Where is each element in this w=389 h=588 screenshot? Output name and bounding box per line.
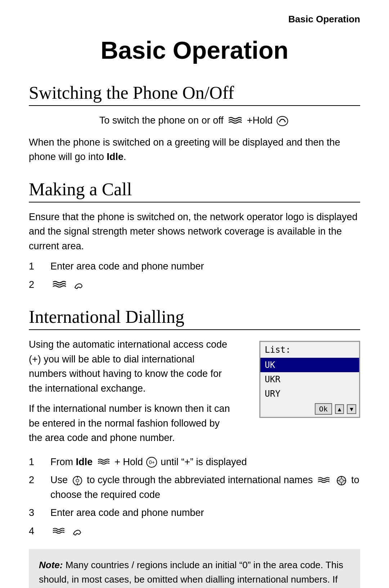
list-box-item-uk: UK xyxy=(260,358,359,372)
nav-icon-intl4 xyxy=(52,526,66,536)
intl-step2: 2 Use to cycle through the abbreviated i… xyxy=(29,473,360,502)
hold-phone-icon xyxy=(276,116,289,126)
list-box: List: UK UKR URY Ok ▲ ▼ xyxy=(259,341,360,418)
nav-icon-step2 xyxy=(52,279,67,291)
svg-point-0 xyxy=(277,116,288,126)
intl-step3-number: 3 xyxy=(29,505,50,520)
note-box: Note: Many countries / regions include a… xyxy=(29,549,360,588)
intl-text-area: Using the automatic international access… xyxy=(29,337,231,451)
ok-button[interactable]: Ok xyxy=(315,403,332,415)
intl-body2: If the international number is known the… xyxy=(29,401,231,445)
intl-step3-content: Enter area code and phone number xyxy=(50,505,360,520)
international-section: Using the automatic international access… xyxy=(29,337,360,451)
list-box-footer: Ok ▲ ▼ xyxy=(260,401,359,417)
intl-step3: 3 Enter area code and phone number xyxy=(29,505,360,520)
making-call-body: Ensure that the phone is switched on, th… xyxy=(29,210,360,254)
intl-step2-content: Use to cycle through the abbreviated int… xyxy=(50,473,360,502)
intl-body1: Using the automatic international access… xyxy=(29,337,231,396)
zero-plus-key: 0+ xyxy=(146,457,157,468)
intl-step4: 4 xyxy=(29,524,360,539)
page-container: Basic Operation Basic Operation Switchin… xyxy=(0,0,389,588)
switching-instruction: To switch the phone on or off +Hold xyxy=(29,113,360,128)
center-select-icon xyxy=(336,475,347,486)
svg-point-2 xyxy=(76,479,79,482)
step1-content: Enter area code and phone number xyxy=(50,259,360,274)
intl-step1-number: 1 xyxy=(29,455,50,469)
scroll-up-button[interactable]: ▲ xyxy=(335,404,344,414)
intl-step1-content: From Idle + Hold 0+ until “+” is display… xyxy=(50,455,360,469)
step2-content xyxy=(50,277,360,292)
step2-number: 2 xyxy=(29,277,50,292)
call-icon-step2 xyxy=(72,280,85,290)
intl-step4-content xyxy=(50,524,360,539)
nav-icon-intl1 xyxy=(97,457,111,467)
note-text: Many countries / regions include an init… xyxy=(39,560,343,588)
list-box-item-ury: URY xyxy=(260,387,359,401)
header-label: Basic Operation xyxy=(289,14,360,25)
page-title: Basic Operation xyxy=(29,36,360,64)
list-box-title: List: xyxy=(260,342,359,358)
call-icon-intl4 xyxy=(71,526,83,537)
intl-step1: 1 From Idle + Hold 0+ until “+” is displ… xyxy=(29,455,360,469)
intl-step4-number: 4 xyxy=(29,524,50,539)
joystick-icon xyxy=(72,475,83,486)
step1-number: 1 xyxy=(29,259,50,274)
section-heading-making-call: Making a Call xyxy=(29,179,360,202)
intl-step2-number: 2 xyxy=(29,473,50,502)
list-box-item-ukr: UKR xyxy=(260,372,359,387)
section-heading-switching: Switching the Phone On/Off xyxy=(29,82,360,106)
switching-body: When the phone is switched on a greeting… xyxy=(29,135,360,164)
section-heading-international: International Dialling xyxy=(29,306,360,330)
making-call-step1: 1 Enter area code and phone number xyxy=(29,259,360,274)
nav-phone-icon xyxy=(227,115,243,127)
note-bold: Note: xyxy=(39,560,63,570)
making-call-step2: 2 xyxy=(29,277,360,292)
nav-icon-intl2 xyxy=(317,476,331,486)
scroll-down-button[interactable]: ▼ xyxy=(347,404,356,414)
